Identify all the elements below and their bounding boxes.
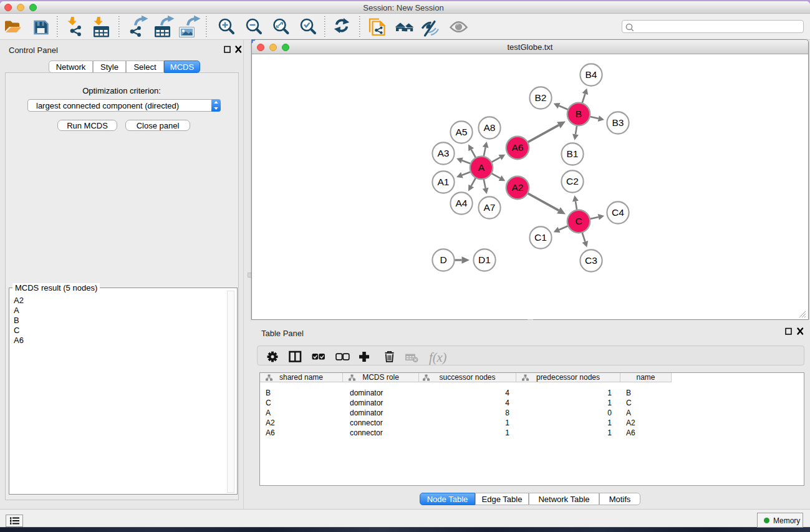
svg-text:B: B xyxy=(576,109,582,119)
svg-text:A3: A3 xyxy=(438,148,450,158)
svg-text:A: A xyxy=(478,162,485,173)
svg-text:D1: D1 xyxy=(478,254,491,265)
svg-text:A8: A8 xyxy=(484,122,496,133)
svg-text:C4: C4 xyxy=(612,207,624,218)
svg-text:B2: B2 xyxy=(535,92,547,103)
svg-text:A4: A4 xyxy=(456,198,468,208)
svg-text:B1: B1 xyxy=(567,148,579,159)
svg-text:A5: A5 xyxy=(456,127,468,137)
svg-text:C: C xyxy=(575,216,582,226)
svg-text:A6: A6 xyxy=(512,142,524,153)
svg-text:C3: C3 xyxy=(585,255,597,266)
svg-text:C2: C2 xyxy=(566,176,579,186)
svg-text:A7: A7 xyxy=(484,202,496,213)
svg-text:B4: B4 xyxy=(586,69,597,80)
svg-text:A2: A2 xyxy=(512,182,524,193)
svg-text:A1: A1 xyxy=(438,177,450,187)
svg-text:D: D xyxy=(440,254,446,265)
svg-text:f(x): f(x) xyxy=(429,351,447,365)
svg-text:C1: C1 xyxy=(534,232,547,243)
svg-text:B3: B3 xyxy=(612,117,624,128)
